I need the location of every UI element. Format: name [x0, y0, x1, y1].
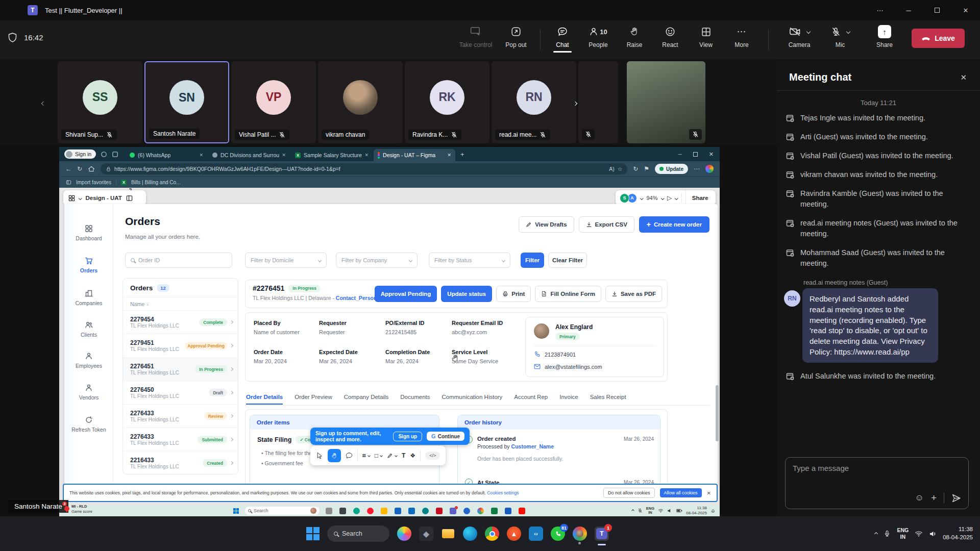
mic-options-chevron[interactable] [846, 30, 850, 34]
collaborators-chevron[interactable] [640, 196, 643, 199]
status-filter-dropdown[interactable]: Filter by Status [429, 253, 510, 268]
order-row[interactable]: 2276450TL Flex Holdings LLC Draft [123, 381, 238, 404]
save-as-pdf-button[interactable]: Save as PDF [605, 286, 662, 302]
update-status-button[interactable]: Update status [441, 286, 492, 302]
raise-button[interactable]: Raise [617, 24, 652, 48]
tab-communication-history[interactable]: Communication History [442, 394, 502, 405]
contact-email[interactable]: alex@vstatefilings.com [545, 364, 602, 370]
order-row-selected[interactable]: 2276451TL Flex Holdings LLC In Progress [123, 357, 238, 381]
remote-start-icon[interactable] [233, 508, 239, 514]
remote-taskbar-icon[interactable] [367, 508, 374, 514]
sidebar-item-vendors[interactable]: Vendors [64, 384, 113, 400]
figma-menu-icon[interactable] [68, 195, 75, 202]
remote-taskbar-icon[interactable] [422, 508, 429, 514]
fill-online-form-button[interactable]: Fill Online Form [535, 286, 601, 302]
profile-icon[interactable] [573, 527, 587, 541]
wifi-icon[interactable] [915, 530, 923, 537]
browser-update-button[interactable]: Update [655, 164, 688, 174]
participant-tile-partial[interactable] [578, 61, 618, 143]
remote-taskbar-icon[interactable] [339, 508, 346, 514]
window-maximize-button[interactable] [923, 0, 951, 20]
reload-icon[interactable]: ↻ [77, 165, 82, 172]
tab-account-rep[interactable]: Account Rep [514, 394, 548, 405]
participant-tile-speaking[interactable]: SN Santosh Narate [144, 61, 229, 143]
sidebar-item-companies[interactable]: Companies [64, 289, 113, 306]
dev-mode-toggle[interactable]: </> [425, 452, 440, 460]
deny-cookies-button[interactable]: Do not allow cookies [603, 488, 655, 498]
order-row[interactable]: 2216433TL Flex Holdings LLC Created [123, 451, 238, 474]
chat-message-input[interactable]: Type a message ☺ + [785, 457, 969, 509]
figma-share-button[interactable]: Share [685, 190, 715, 206]
cookie-close-icon[interactable]: ✕ [707, 490, 711, 496]
edge-icon[interactable] [463, 527, 477, 541]
remote-taskbar-icon[interactable] [381, 508, 387, 514]
tab-close-icon[interactable]: ✕ [365, 153, 369, 158]
copilot-icon[interactable] [397, 527, 411, 541]
browser-menu-icon[interactable]: ⋯ [694, 165, 700, 172]
sidebar-item-orders[interactable]: Orders [64, 257, 113, 273]
taskbar-search-box[interactable]: Search [327, 525, 389, 542]
move-tool-icon[interactable] [316, 452, 323, 459]
address-bar[interactable]: https://www.figma.com/design/9BKQ0FOHRWa… [101, 163, 627, 174]
vscode-icon[interactable]: ‹› [529, 527, 543, 541]
print-button[interactable]: Print [496, 286, 531, 302]
frame-tool[interactable]: ⌗ [362, 452, 370, 459]
remote-taskbar-teams-icon[interactable] [450, 508, 456, 514]
start-button-icon[interactable] [306, 527, 320, 540]
participant-tile[interactable]: vikram chavan [318, 61, 403, 143]
tab-invoice[interactable]: Invoice [559, 394, 578, 405]
whatsapp-icon[interactable]: 81 [551, 527, 565, 541]
tray-expand-icon[interactable] [874, 532, 878, 535]
company-filter-dropdown[interactable]: Filter by Company [336, 253, 418, 268]
comment-tool-icon[interactable] [346, 452, 353, 459]
tab-order-preview[interactable]: Order Preview [295, 394, 332, 405]
more-button[interactable]: ⋯ More [724, 24, 760, 48]
export-csv-button[interactable]: Export CSV [579, 216, 634, 233]
order-id-search-input[interactable]: Order ID [125, 253, 232, 268]
file-explorer-icon[interactable] [441, 527, 455, 541]
chat-button[interactable]: Chat [545, 24, 580, 48]
browser-maximize-button[interactable] [693, 152, 698, 157]
camera-button[interactable]: Camera [778, 24, 821, 48]
zoom-level[interactable]: 94% [647, 195, 658, 201]
app-icon[interactable]: ◆ [419, 527, 433, 541]
contact-person-link[interactable]: Contact_Person. [336, 295, 378, 301]
domicile-filter-dropdown[interactable]: Filter by Domicile [245, 253, 327, 268]
pinned-participant-tile[interactable] [627, 61, 705, 143]
components-tool[interactable]: ❖ [410, 452, 415, 459]
customer-name-link[interactable]: Customer_Name [511, 443, 554, 449]
tab-close-icon[interactable]: ✕ [282, 153, 286, 158]
order-row[interactable]: 2276433TL Flex Holdings LLC Submitted [123, 428, 238, 451]
browser-profile-avatar[interactable] [705, 165, 714, 173]
contact-phone[interactable]: 2123874901 [545, 352, 576, 358]
filter-apply-button[interactable]: Filter [521, 253, 544, 268]
tab-order-details[interactable]: Order Details [246, 394, 283, 405]
sign-up-button[interactable]: Sign up [393, 432, 422, 441]
filmstrip-prev-button[interactable] [42, 98, 45, 107]
allow-cookies-button[interactable]: Allow all cookies [660, 488, 702, 497]
view-drafts-button[interactable]: View Drafts [519, 216, 574, 233]
leave-button[interactable]: Leave [912, 29, 965, 48]
remote-clock[interactable]: 11:3808-04-2025 [686, 506, 707, 515]
sidebar-item-clients[interactable]: Clients [64, 321, 113, 338]
sidebar-item-employees[interactable]: Employees [64, 352, 113, 369]
remote-taskbar-icon[interactable] [436, 508, 443, 514]
tab-close-icon[interactable]: ✕ [448, 153, 452, 158]
participant-tile[interactable]: RK Ravindra K... [405, 61, 489, 143]
hand-tool-icon[interactable] [328, 449, 341, 462]
browser-signin-button[interactable]: Sign in [64, 149, 96, 159]
share-button[interactable]: ↑ Share [867, 24, 902, 48]
back-icon[interactable]: ← [65, 165, 71, 172]
people-button[interactable]: 10 People [580, 24, 616, 48]
camera-options-chevron[interactable] [806, 30, 810, 34]
copilot-icon[interactable] [101, 151, 107, 158]
tab-company-details[interactable]: Company Details [344, 394, 389, 405]
present-chevron[interactable] [675, 196, 678, 199]
bookmark-bills[interactable]: Bills | Billing and Co... [131, 180, 181, 185]
browser-tab[interactable]: X Sample Salary Structure with calc✕ [291, 149, 373, 161]
window-minimize-button[interactable]: ─ [894, 0, 923, 20]
shape-tool[interactable]: □ [375, 452, 382, 459]
view-button[interactable]: View [688, 24, 724, 48]
cookie-settings-link[interactable]: Cookies settings [487, 490, 519, 495]
tab-actions-icon[interactable] [112, 151, 118, 158]
